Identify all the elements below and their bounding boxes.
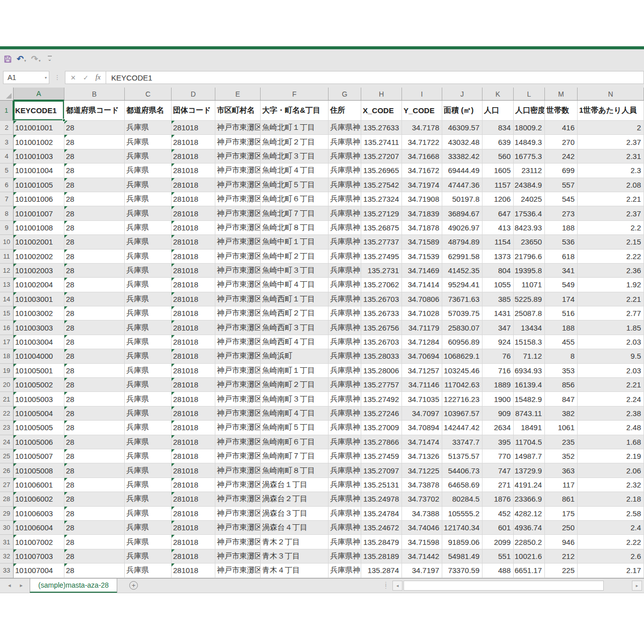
cell-A5[interactable]: 101001004	[14, 164, 64, 178]
cell-L28[interactable]: 23366.9	[514, 492, 545, 506]
cell-K22[interactable]: 909	[482, 407, 514, 421]
customize-toolbar-icon[interactable]: ⌄	[48, 56, 52, 62]
cell-H32[interactable]: 135.28189	[361, 549, 402, 564]
cell-E2[interactable]: 神戸市東灘区	[215, 121, 261, 135]
cell-H26[interactable]: 135.27097	[361, 463, 402, 477]
cell-I31[interactable]: 34.71598	[402, 535, 442, 549]
cell-I30[interactable]: 34.74046	[402, 521, 442, 535]
cell-L16[interactable]: 13434	[514, 320, 545, 335]
cell-J4[interactable]: 33382.42	[442, 149, 482, 164]
cell-C19[interactable]: 兵庫県	[125, 364, 172, 378]
cell-F10[interactable]: 魚崎中町１丁目	[261, 235, 329, 249]
cell-I12[interactable]: 34.71469	[402, 264, 442, 278]
cell-D32[interactable]: 281018	[172, 549, 215, 564]
cell-C7[interactable]: 兵庫県	[125, 192, 172, 206]
cell-F19[interactable]: 魚崎南町１丁目	[261, 364, 329, 378]
cell-I3[interactable]: 34.71722	[402, 135, 442, 149]
cell-J18[interactable]: 1068629.1	[442, 349, 482, 363]
cell-G2[interactable]: 兵庫県神戸	[329, 121, 361, 135]
cell-L32[interactable]: 10021.6	[514, 549, 545, 564]
cell-A6[interactable]: 101001005	[14, 178, 64, 192]
cell-B19[interactable]: 28	[64, 364, 125, 378]
cell-C33[interactable]: 兵庫県	[125, 564, 172, 578]
cell-C8[interactable]: 兵庫県	[125, 206, 172, 220]
cell-C26[interactable]: 兵庫県	[125, 463, 172, 477]
cell-H21[interactable]: 135.27492	[361, 392, 402, 406]
cell-H9[interactable]: 135.26875	[361, 221, 402, 235]
cell-B28[interactable]: 28	[64, 492, 125, 506]
cell-L5[interactable]: 23112	[514, 164, 545, 178]
cell-H18[interactable]: 135.28033	[361, 349, 402, 363]
cell-A30[interactable]: 101006004	[14, 521, 64, 535]
cell-M6[interactable]: 557	[545, 178, 578, 192]
cell-M14[interactable]: 174	[545, 292, 578, 306]
cell-G28[interactable]: 兵庫県神戸	[329, 492, 361, 506]
cell-H8[interactable]: 135.27129	[361, 206, 402, 220]
cell-B18[interactable]: 28	[64, 349, 125, 363]
cell-E20[interactable]: 神戸市東灘区	[215, 378, 261, 392]
cell-H22[interactable]: 135.27246	[361, 407, 402, 421]
row-header-1[interactable]: 1	[0, 101, 14, 121]
row-header-7[interactable]: 7	[0, 192, 14, 206]
cell-M12[interactable]: 341	[545, 264, 578, 278]
cell-J15[interactable]: 57039.75	[442, 306, 482, 320]
cell-D16[interactable]: 281018	[172, 320, 215, 335]
cell-N7[interactable]: 2.21	[578, 192, 644, 206]
cell-L17[interactable]: 15158.3	[514, 335, 545, 349]
cell-H5[interactable]: 135.26965	[361, 164, 402, 178]
cell-M29[interactable]: 175	[545, 507, 578, 521]
formula-input[interactable]: KEYCODE1	[106, 71, 644, 84]
cell-C10[interactable]: 兵庫県	[125, 235, 172, 249]
cell-F13[interactable]: 魚崎中町４丁目	[261, 278, 329, 292]
cell-F16[interactable]: 魚崎西町３丁目	[261, 320, 329, 335]
cell-B3[interactable]: 28	[64, 135, 125, 149]
cell-B10[interactable]: 28	[64, 235, 125, 249]
cell-F6[interactable]: 魚崎北町５丁目	[261, 178, 329, 192]
cell-B26[interactable]: 28	[64, 463, 125, 477]
cell-D28[interactable]: 281018	[172, 492, 215, 506]
cell-H10[interactable]: 135.27737	[361, 235, 402, 249]
row-header-32[interactable]: 32	[0, 549, 14, 564]
cell-I13[interactable]: 34.71414	[402, 278, 442, 292]
cell-E6[interactable]: 神戸市東灘区	[215, 178, 261, 192]
cell-A11[interactable]: 101002002	[14, 250, 64, 264]
cell-J11[interactable]: 62991.58	[442, 250, 482, 264]
cell-F24[interactable]: 魚崎南町６丁目	[261, 435, 329, 449]
cell-E4[interactable]: 神戸市東灘区	[215, 149, 261, 164]
column-header-J[interactable]: J	[442, 88, 482, 101]
cell-M3[interactable]: 270	[545, 135, 578, 149]
cell-I7[interactable]: 34.71908	[402, 192, 442, 206]
cell-I9[interactable]: 34.71878	[402, 221, 442, 235]
column-header-B[interactable]: B	[64, 88, 125, 101]
cell-B32[interactable]: 28	[64, 549, 125, 564]
cell-K33[interactable]: 488	[482, 564, 514, 578]
cell-E26[interactable]: 神戸市東灘区	[215, 463, 261, 477]
cell-H20[interactable]: 135.27757	[361, 378, 402, 392]
cell-L8[interactable]: 17536.4	[514, 206, 545, 220]
formula-bar-splitter[interactable]: ⋮	[54, 74, 61, 81]
cell-C17[interactable]: 兵庫県	[125, 335, 172, 349]
cell-A10[interactable]: 101002001	[14, 235, 64, 249]
cell-M24[interactable]: 235	[545, 435, 578, 449]
cell-C12[interactable]: 兵庫県	[125, 264, 172, 278]
cell-J3[interactable]: 43032.48	[442, 135, 482, 149]
cell-J19[interactable]: 103245.46	[442, 364, 482, 378]
row-header-14[interactable]: 14	[0, 292, 14, 306]
cell-J16[interactable]: 25830.07	[442, 320, 482, 335]
cell-E22[interactable]: 神戸市東灘区	[215, 407, 261, 421]
cell-G32[interactable]: 兵庫県神戸	[329, 549, 361, 564]
cell-F22[interactable]: 魚崎南町４丁目	[261, 407, 329, 421]
cell-D11[interactable]: 281018	[172, 250, 215, 264]
cell-I32[interactable]: 34.71442	[402, 549, 442, 564]
cell-I5[interactable]: 34.71672	[402, 164, 442, 178]
cell-H2[interactable]: 135.27633	[361, 121, 402, 135]
cell-E24[interactable]: 神戸市東灘区	[215, 435, 261, 449]
column-header-C[interactable]: C	[125, 88, 172, 101]
cell-N15[interactable]: 2.77	[578, 306, 644, 320]
cell-J13[interactable]: 95294.41	[442, 278, 482, 292]
column-header-K[interactable]: K	[482, 88, 514, 101]
cell-F27[interactable]: 渦森台１丁目	[261, 478, 329, 492]
row-header-3[interactable]: 3	[0, 135, 14, 149]
cell-B23[interactable]: 28	[64, 421, 125, 435]
row-header-16[interactable]: 16	[0, 320, 14, 335]
